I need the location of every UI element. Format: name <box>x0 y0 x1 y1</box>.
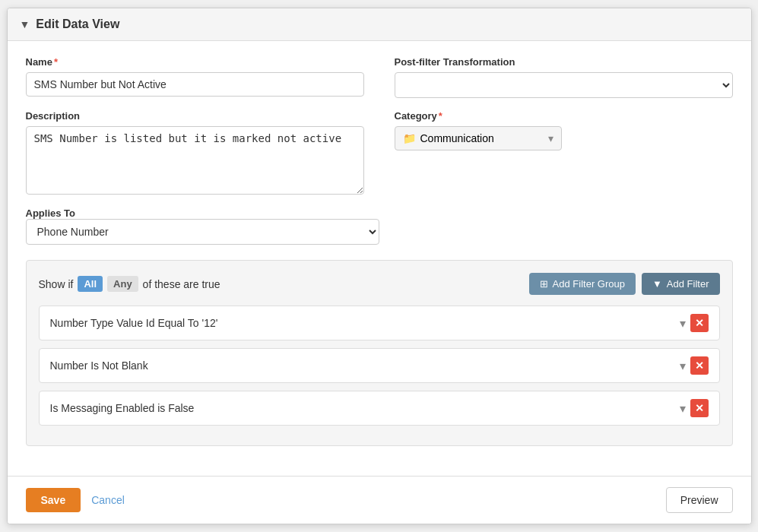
filter-row-2-remove-button[interactable]: ✕ <box>690 356 709 375</box>
name-label: Name* <box>26 56 364 68</box>
applies-to-label: Applies To <box>26 207 75 219</box>
save-button[interactable]: Save <box>26 488 81 512</box>
filter-row-1-text: Number Type Value Id Equal To '12' <box>50 317 680 329</box>
modal-body: Name* Post-filter Transformation Descrip… <box>8 41 751 476</box>
filter-section: Show if All Any of these are true ⊞ Add … <box>26 260 733 446</box>
description-field-group: Description SMS Number is listed but it … <box>26 110 364 195</box>
show-if-label: Show if <box>39 278 74 290</box>
category-dropdown[interactable]: 📁 Communication ▾ <box>395 126 562 150</box>
all-toggle-button[interactable]: All <box>78 276 103 292</box>
filter-row-1-remove-button[interactable]: ✕ <box>690 314 709 332</box>
filter-row-3-text: Is Messaging Enabled is False <box>50 402 680 414</box>
filter-row-2-text: Number Is Not Blank <box>50 359 680 372</box>
description-label: Description <box>26 110 364 122</box>
folder-icon: 📁 <box>403 132 416 144</box>
of-these-label: of these are true <box>143 278 220 290</box>
name-field-group: Name* <box>26 56 364 98</box>
filter-row-1-expand-button[interactable]: ▾ <box>680 316 686 331</box>
name-input[interactable] <box>26 72 364 97</box>
category-chevron-icon: ▾ <box>548 132 553 144</box>
category-field-group: Category* 📁 Communication ▾ <box>395 110 733 195</box>
filter-row-3: Is Messaging Enabled is False ▾ ✕ <box>39 391 720 426</box>
description-textarea[interactable]: SMS Number is listed but it is marked no… <box>26 126 364 195</box>
add-filter-icon: ▼ <box>652 278 662 290</box>
post-filter-select[interactable] <box>395 72 733 98</box>
filter-row-2-expand-button[interactable]: ▾ <box>680 359 686 373</box>
filter-row-3-expand-button[interactable]: ▾ <box>680 401 686 416</box>
modal-header: ▼ Edit Data View <box>8 8 751 41</box>
add-filter-group-button[interactable]: ⊞ Add Filter Group <box>529 273 636 295</box>
filter-row-3-remove-button[interactable]: ✕ <box>690 399 709 417</box>
modal-title: Edit Data View <box>36 17 119 31</box>
modal-footer: Save Cancel Preview <box>8 476 751 524</box>
applies-to-row: Applies To Phone Number <box>26 207 733 245</box>
filter-row-2: Number Is Not Blank ▾ ✕ <box>39 348 720 383</box>
add-filter-button[interactable]: ▼ Add Filter <box>642 273 720 295</box>
cancel-button[interactable]: Cancel <box>88 488 128 512</box>
filter-header-left: Show if All Any of these are true <box>39 276 220 292</box>
category-value: Communication <box>420 132 494 144</box>
post-filter-field-group: Post-filter Transformation <box>395 56 733 98</box>
filter-row-1: Number Type Value Id Equal To '12' ▾ ✕ <box>39 306 720 340</box>
filter-icon: ▼ <box>20 18 30 30</box>
footer-left: Save Cancel <box>26 488 128 512</box>
applies-to-select[interactable]: Phone Number <box>26 219 379 245</box>
any-toggle-button[interactable]: Any <box>107 276 138 292</box>
filter-header-right: ⊞ Add Filter Group ▼ Add Filter <box>529 273 720 295</box>
post-filter-label: Post-filter Transformation <box>395 56 733 68</box>
form-row-1: Name* Post-filter Transformation <box>26 56 733 98</box>
category-label: Category* <box>395 110 733 122</box>
filter-header: Show if All Any of these are true ⊞ Add … <box>39 273 720 295</box>
preview-button[interactable]: Preview <box>666 487 733 513</box>
edit-data-view-modal: ▼ Edit Data View Name* Post-filter Trans… <box>7 8 752 524</box>
form-row-2: Description SMS Number is listed but it … <box>26 110 733 195</box>
table-icon: ⊞ <box>540 278 548 290</box>
